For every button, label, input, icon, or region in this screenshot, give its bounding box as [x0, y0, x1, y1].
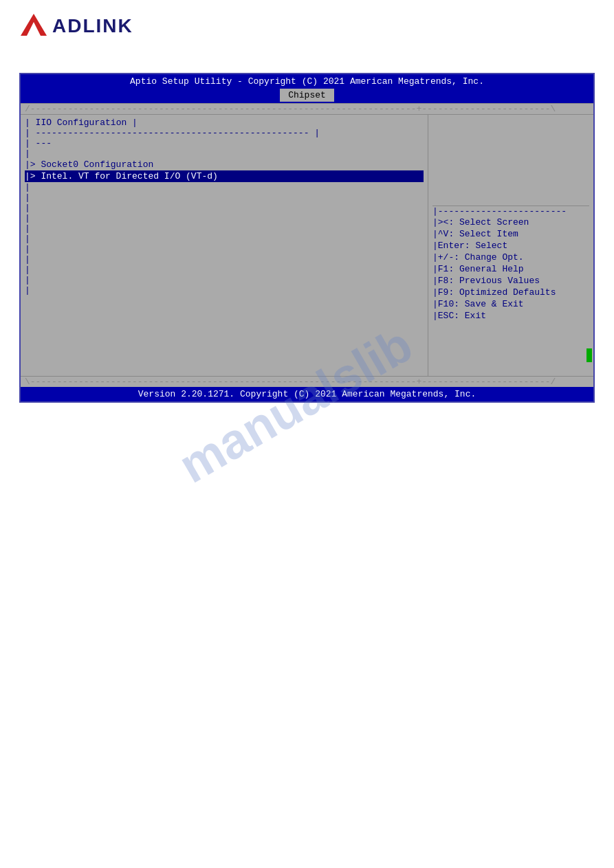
help-change-opt: |+/-: Change Opt.: [432, 252, 589, 263]
left-empty5: |: [25, 213, 424, 223]
left-empty8: |: [25, 244, 424, 254]
menu-socket0[interactable]: |> Socket0 Configuration: [25, 159, 424, 170]
left-empty4: |: [25, 203, 424, 213]
logo-area: ADLINK: [0, 0, 614, 52]
help-f8: |F8: Previous Values: [432, 275, 589, 287]
help-f9: |F9: Optimized Defaults: [432, 287, 589, 298]
left-dashes: | ---: [25, 138, 424, 148]
bios-titlebar: Aptio Setup Utility - Copyright (C) 2021…: [21, 74, 593, 89]
left-pipe-iio: | IIO Configuration |: [25, 118, 424, 128]
bios-versionbar: Version 2.20.1271. Copyright (C) 2021 Am…: [21, 387, 593, 401]
help-select-screen: |><: Select Screen: [432, 216, 589, 228]
bottom-border-line: \---------------------------------------…: [21, 376, 593, 387]
bios-screen: Aptio Setup Utility - Copyright (C) 2021…: [19, 73, 595, 403]
help-select-item: |^V: Select Item: [432, 228, 589, 240]
help-f1: |F1: General Help: [432, 263, 589, 275]
right-empty7: [432, 179, 589, 190]
bios-left-panel: | IIO Configuration | | ----------------…: [21, 115, 428, 376]
right-empty6: [432, 169, 589, 179]
logo-icon: [19, 12, 48, 40]
left-empty11: |: [25, 275, 424, 285]
right-empty1: [432, 118, 589, 128]
bios-main-content: | IIO Configuration | | ----------------…: [21, 114, 593, 376]
scrollbar[interactable]: [586, 348, 592, 362]
right-empty5: [432, 159, 589, 169]
help-enter-select: |Enter: Select: [432, 240, 589, 252]
bios-right-panel: |------------------------ |><: Select Sc…: [428, 115, 593, 376]
tab-chipset[interactable]: Chipset: [280, 89, 334, 102]
iio-config-label: IIO Configuration: [36, 118, 127, 128]
left-empty12: |: [25, 285, 424, 296]
left-empty1: |: [25, 148, 424, 159]
right-empty4: [432, 148, 589, 159]
left-empty3: |: [25, 192, 424, 203]
left-separator: | --------------------------------------…: [25, 128, 424, 138]
right-empty8: [432, 190, 589, 200]
left-empty6: |: [25, 223, 424, 234]
right-empty3: [432, 138, 589, 148]
right-empty2: [432, 128, 589, 138]
menu-vtd[interactable]: |> Intel. VT for Directed I/O (VT-d): [25, 170, 424, 182]
bios-tabbar: Chipset: [21, 89, 593, 103]
brand-name: ADLINK: [52, 15, 133, 37]
top-border-line: /---------------------------------------…: [21, 103, 593, 114]
left-empty2: |: [25, 182, 424, 192]
help-f10: |F10: Save & Exit: [432, 298, 589, 310]
left-empty7: |: [25, 234, 424, 244]
left-empty9: |: [25, 254, 424, 265]
left-empty10: |: [25, 265, 424, 275]
right-help-divider: |------------------------: [432, 205, 589, 216]
help-esc: |ESC: Exit: [432, 310, 589, 322]
